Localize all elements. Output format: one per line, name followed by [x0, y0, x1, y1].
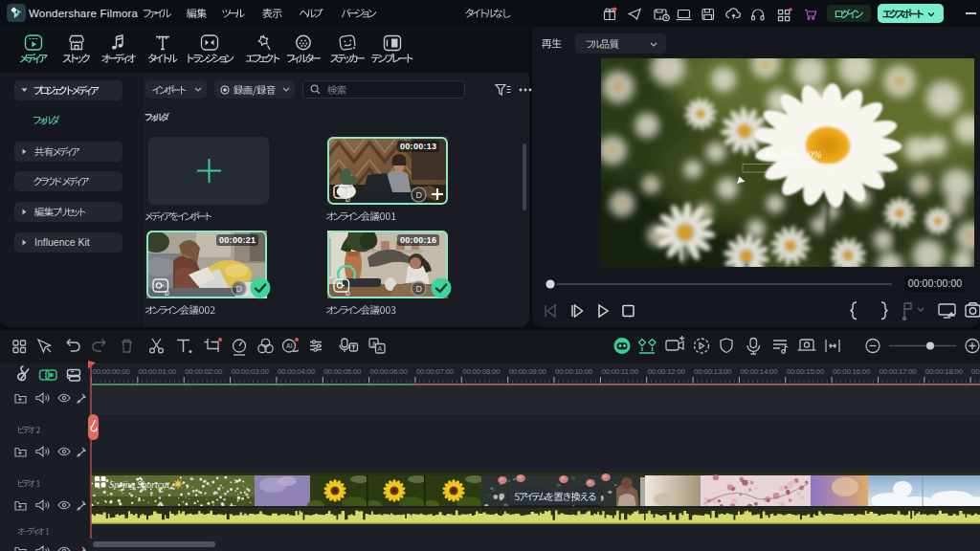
svg-text:00:00:01:00: 00:00:01:00	[139, 367, 177, 376]
svg-text:Spring Shortcut: Spring Shortcut	[109, 479, 169, 490]
svg-text:0%: 0%	[808, 148, 822, 160]
svg-text:AI: AI	[286, 342, 293, 349]
svg-text:00:00:18:00: 00:00:18:00	[925, 367, 964, 376]
svg-text:00:00:12:00: 00:00:12:00	[648, 367, 686, 376]
svg-text:00:00:03:00: 00:00:03:00	[232, 367, 270, 376]
svg-text:00:00:02:00: 00:00:02:00	[185, 367, 223, 376]
svg-text:00:00:06:00: 00:00:06:00	[370, 367, 409, 376]
svg-text:00:00:19:00: 00:00:19:00	[971, 367, 980, 376]
svg-text:D: D	[236, 284, 243, 294]
svg-text:00:00:10:00: 00:00:10:00	[555, 367, 593, 376]
svg-text:00:00:13:00: 00:00:13:00	[694, 367, 732, 376]
svg-text:p: p	[165, 288, 169, 297]
svg-text:00:00:09:00: 00:00:09:00	[509, 367, 547, 376]
svg-text:00:00:11:00: 00:00:11:00	[601, 367, 638, 376]
svg-text:p: p	[345, 194, 350, 203]
svg-text:D: D	[416, 190, 423, 200]
svg-text:00:00:16:00: 00:00:16:00	[833, 367, 871, 376]
svg-text:00:00:08:00: 00:00:08:00	[462, 367, 501, 376]
svg-text:D: D	[416, 284, 423, 294]
svg-text:p: p	[345, 288, 350, 297]
svg-text:00:00:07:00: 00:00:07:00	[416, 367, 455, 376]
svg-text:00:00:14:00: 00:00:14:00	[740, 367, 778, 376]
svg-text:00:00:00:00: 00:00:00:00	[93, 367, 131, 376]
svg-text:A: A	[378, 345, 383, 352]
svg-text:00:00:15:00: 00:00:15:00	[787, 367, 825, 376]
svg-text:00:00:05:00: 00:00:05:00	[323, 367, 362, 376]
svg-text:loading...: loading...	[766, 147, 810, 161]
svg-text:00:00:17:00: 00:00:17:00	[880, 367, 918, 376]
svg-text:00:00:04:00: 00:00:04:00	[278, 367, 316, 376]
